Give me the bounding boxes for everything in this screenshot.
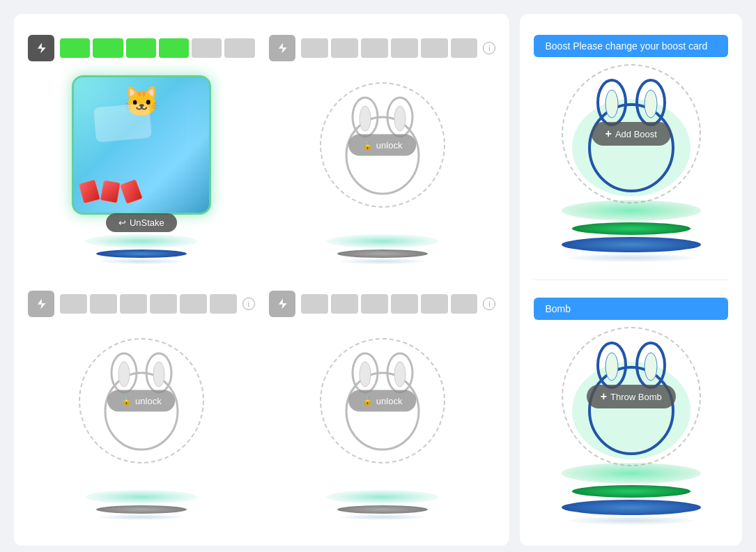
platform-disc-1 (96, 250, 187, 258)
platform-shadow-3 (100, 514, 183, 520)
slot-header-3: i (28, 291, 255, 317)
bomb-bunny-container: Throw Bomb (569, 334, 694, 459)
progress-bar-3 (60, 294, 237, 314)
seg-2-1 (301, 38, 328, 58)
platform-disc-4 (337, 505, 428, 514)
card-body-1: 🐱 UnStake (72, 68, 211, 222)
seg-2-4 (391, 38, 418, 58)
seg-2-5 (421, 38, 448, 58)
boost-label: Boost Please change your boost card (534, 35, 728, 57)
base-platform-4 (327, 490, 438, 520)
progress-bar-2 (301, 38, 478, 58)
platform-shadow-4 (341, 514, 424, 520)
bunny-container-2: 🔒 unlock (327, 89, 438, 201)
right-panel: Boost Please change your boost card Add … (520, 14, 742, 546)
flying-item-1 (78, 179, 100, 204)
seg-4-1 (301, 294, 328, 314)
seg-4-4 (391, 294, 418, 314)
flying-item-3 (119, 179, 143, 205)
throw-bomb-button[interactable]: Throw Bomb (587, 385, 676, 408)
slot-header-4: i (269, 291, 496, 317)
card-slot-1: 🐱 UnStake (28, 35, 255, 270)
card-body-3: 🔒 unlock (72, 324, 211, 477)
flying-items (81, 181, 140, 202)
seg-2-2 (331, 38, 358, 58)
seg-1-2 (93, 38, 123, 58)
unlock-button-3[interactable]: 🔒 unlock (107, 390, 176, 411)
seg-1-1 (60, 38, 90, 58)
platform-glow-1 (86, 234, 197, 248)
bolt-icon-4 (269, 291, 295, 317)
seg-2-3 (361, 38, 388, 58)
seg-1-6 (224, 38, 254, 58)
base-platform-1 (86, 234, 197, 264)
progress-bar-1 (60, 38, 255, 58)
seg-3-2 (90, 294, 117, 314)
seg-4-2 (331, 294, 358, 314)
unlock-button-2[interactable]: 🔒 unlock (348, 135, 417, 156)
seg-3-6 (210, 294, 237, 314)
bolt-icon-1 (28, 35, 54, 61)
boost-platform-disc (572, 222, 691, 235)
platform-disc-2 (337, 250, 428, 258)
bolt-icon-2 (269, 35, 295, 61)
unstake-button[interactable]: UnStake (106, 213, 177, 232)
slot-header-2: i (269, 35, 496, 61)
bomb-card: Throw Bomb (562, 334, 701, 525)
seg-3-4 (150, 294, 177, 314)
boost-platform-outer (562, 237, 701, 252)
card-body-4: 🔒 unlock (313, 324, 452, 477)
card-slot-2: i 🔒 (269, 35, 496, 270)
card-slot-4: i 🔒 unlock (269, 291, 496, 526)
platform-glow-2 (327, 234, 438, 248)
bunny-container-3: 🔒 unlock (86, 345, 197, 457)
info-icon-3[interactable]: i (242, 298, 255, 310)
bolt-icon-3 (28, 291, 54, 317)
seg-1-5 (192, 38, 222, 58)
seg-3-3 (120, 294, 147, 314)
bomb-platform-shadow (569, 516, 694, 525)
boost-bunny-container: Add Boost (569, 71, 694, 197)
seg-2-6 (451, 38, 478, 58)
seg-1-3 (126, 38, 156, 58)
platform-disc-3 (96, 505, 187, 514)
unlock-button-4[interactable]: 🔒 unlock (348, 390, 417, 411)
seg-4-6 (451, 294, 478, 314)
platform-shadow-2 (341, 259, 424, 264)
base-platform-2 (327, 234, 438, 264)
card-slot-3: i 🔒 unlock (28, 291, 255, 526)
lock-icon-2: 🔒 (362, 140, 373, 150)
seg-1-4 (159, 38, 189, 58)
section-divider (534, 279, 728, 280)
bomb-platform-outer (562, 500, 701, 515)
seg-4-3 (361, 294, 388, 314)
seg-4-5 (421, 294, 448, 314)
active-card-image: 🐱 (72, 75, 211, 215)
bomb-label: Bomb (534, 298, 728, 320)
lock-icon-3: 🔒 (121, 396, 132, 406)
base-platform-3 (86, 490, 197, 520)
left-panel: 🐱 UnStake (14, 14, 509, 546)
lock-icon-4: 🔒 (362, 396, 373, 406)
skateboard (93, 103, 152, 143)
boost-card: Add Boost (562, 71, 701, 262)
bomb-platform-disc (572, 485, 691, 498)
add-boost-button[interactable]: Add Boost (592, 122, 671, 146)
info-icon-2[interactable]: i (483, 42, 495, 54)
platform-shadow-1 (100, 259, 183, 264)
main-container: 🐱 UnStake (14, 14, 742, 546)
platform-glow-3 (86, 490, 197, 504)
info-icon-4[interactable]: i (483, 298, 495, 310)
platform-glow-4 (327, 490, 438, 504)
seg-3-5 (180, 294, 207, 314)
card-body-2: 🔒 unlock (313, 68, 452, 222)
seg-3-1 (60, 294, 87, 314)
bunny-container-4: 🔒 unlock (327, 345, 438, 457)
slot-header-1 (28, 35, 255, 61)
flying-item-2 (100, 180, 121, 204)
progress-bar-4 (301, 294, 478, 314)
boost-platform-shadow (569, 254, 694, 262)
